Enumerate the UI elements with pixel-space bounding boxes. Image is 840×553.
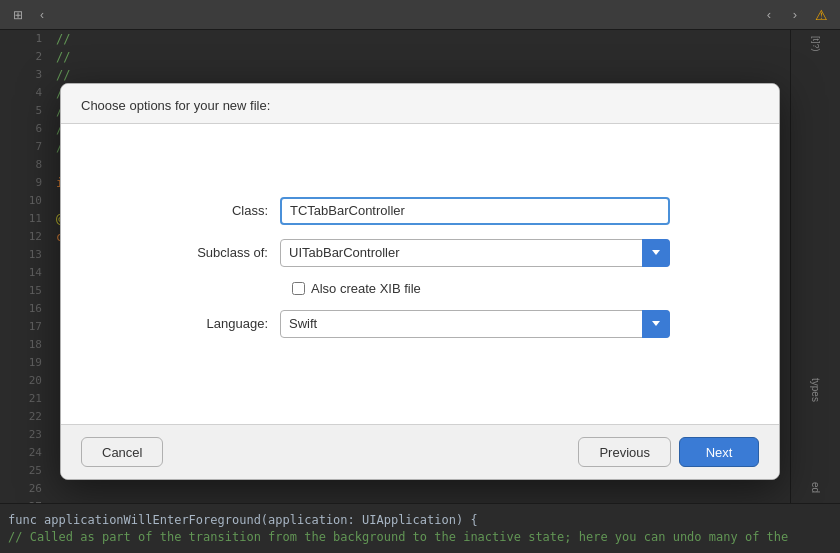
xib-checkbox-row: Also create XIB file [292, 281, 670, 296]
dialog-header: Choose options for your new file: [61, 84, 779, 124]
cancel-button[interactable]: Cancel [81, 437, 163, 467]
subclass-select[interactable]: UITabBarController UIViewController UITa… [280, 239, 670, 267]
top-bar-left-icons: ⊞ ‹ [8, 5, 52, 25]
right-gutter-text: [t]?) [811, 36, 821, 52]
line-1: 1 [0, 30, 50, 48]
subclass-label: Subclass of: [170, 245, 280, 260]
form-container: Class: Subclass of: UITabBarController U… [170, 197, 670, 352]
left-nav-icon[interactable]: ‹ [32, 5, 52, 25]
language-label: Language: [170, 316, 280, 331]
warning-icon: ⚠ [810, 4, 832, 26]
dialog-body: Class: Subclass of: UITabBarController U… [61, 124, 779, 424]
class-input[interactable] [280, 197, 670, 225]
xib-checkbox[interactable] [292, 282, 305, 295]
subclass-select-wrapper: UITabBarController UIViewController UITa… [280, 239, 670, 267]
language-select-wrapper: Swift Objective-C [280, 310, 670, 338]
nav-back-arrow[interactable]: ‹ [758, 4, 780, 26]
next-button[interactable]: Next [679, 437, 759, 467]
dialog-overlay: Choose options for your new file: Class:… [0, 60, 840, 503]
xib-checkbox-label: Also create XIB file [311, 281, 421, 296]
status-bar: func applicationWillEnterForeground(appl… [0, 503, 840, 553]
previous-button[interactable]: Previous [578, 437, 671, 467]
nav-forward-arrow[interactable]: › [784, 4, 806, 26]
class-row: Class: [170, 197, 670, 225]
main-content: 1 2 3 4 5 6 7 8 9 10 11 12 13 14 15 16 1… [0, 30, 840, 503]
language-select[interactable]: Swift Objective-C [280, 310, 670, 338]
dialog-footer: Cancel Previous Next [61, 424, 779, 479]
dialog-title: Choose options for your new file: [81, 98, 270, 113]
code-line-1: // [50, 30, 790, 48]
status-line-2: // Called as part of the transition from… [8, 529, 832, 546]
subclass-row: Subclass of: UITabBarController UIViewCo… [170, 239, 670, 267]
status-line-1: func applicationWillEnterForeground(appl… [8, 512, 832, 529]
new-file-dialog: Choose options for your new file: Class:… [60, 83, 780, 480]
footer-right: Previous Next [578, 437, 759, 467]
language-row: Language: Swift Objective-C [170, 310, 670, 338]
grid-icon[interactable]: ⊞ [8, 5, 28, 25]
top-bar-right-icons: ‹ › ⚠ [758, 4, 832, 26]
top-bar: ⊞ ‹ ‹ › ⚠ [0, 0, 840, 30]
class-label: Class: [170, 203, 280, 218]
